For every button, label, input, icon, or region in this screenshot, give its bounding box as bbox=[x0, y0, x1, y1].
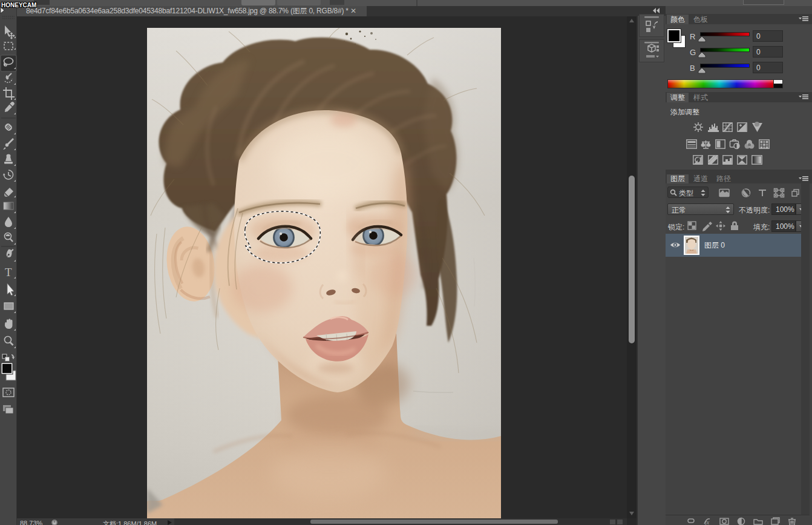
svg-text:T: T bbox=[5, 266, 12, 279]
svg-text:fx: fx bbox=[705, 519, 710, 525]
